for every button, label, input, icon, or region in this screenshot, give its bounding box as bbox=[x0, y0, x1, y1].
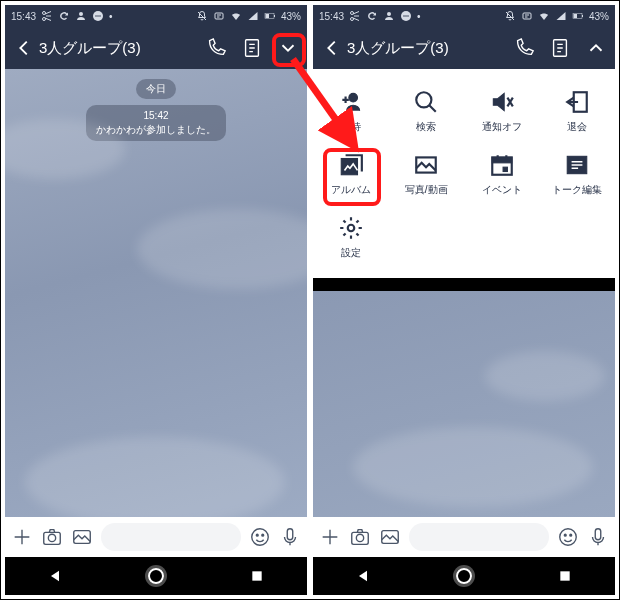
menu-label: 写真/動画 bbox=[405, 183, 448, 197]
message-input[interactable] bbox=[409, 523, 549, 551]
svg-point-37 bbox=[348, 225, 355, 232]
svg-point-22 bbox=[407, 15, 409, 17]
signal-icon bbox=[555, 10, 567, 22]
menu-label: 招待 bbox=[341, 120, 361, 134]
gear-icon bbox=[338, 215, 364, 241]
wifi-icon bbox=[230, 10, 242, 22]
menu-leave[interactable]: 退会 bbox=[540, 81, 616, 144]
camera-icon[interactable] bbox=[349, 526, 371, 548]
status-time: 15:43 bbox=[319, 11, 344, 22]
nav-back-icon[interactable] bbox=[355, 568, 371, 584]
call-icon[interactable] bbox=[513, 37, 535, 59]
call-icon[interactable] bbox=[205, 37, 227, 59]
plus-icon[interactable] bbox=[11, 526, 33, 548]
composer bbox=[313, 517, 615, 557]
status-time: 15:43 bbox=[11, 11, 36, 22]
edit-list-icon bbox=[564, 152, 590, 178]
plus-icon[interactable] bbox=[319, 526, 341, 548]
menu-label: 設定 bbox=[341, 246, 361, 260]
scissors-icon bbox=[41, 10, 53, 22]
svg-point-13 bbox=[252, 529, 269, 546]
emoji-icon[interactable] bbox=[557, 526, 579, 548]
menu-label: トーク編集 bbox=[552, 183, 602, 197]
nav-recent-icon[interactable] bbox=[249, 568, 265, 584]
phone-left: 15:43 • 43% 3人グループ(3) bbox=[5, 5, 307, 595]
back-icon[interactable] bbox=[13, 37, 35, 59]
svg-rect-17 bbox=[252, 571, 261, 580]
chat-title: 3人グループ(3) bbox=[347, 39, 513, 58]
info-icon bbox=[521, 10, 533, 22]
menu-edit[interactable]: トーク編集 bbox=[540, 144, 616, 207]
note-icon[interactable] bbox=[549, 37, 571, 59]
battery-icon bbox=[572, 10, 584, 22]
bell-off-icon bbox=[504, 10, 516, 22]
mic-icon[interactable] bbox=[587, 526, 609, 548]
svg-rect-26 bbox=[582, 15, 583, 17]
svg-rect-45 bbox=[560, 571, 569, 580]
status-bar: 15:43 • 43% bbox=[5, 5, 307, 27]
svg-rect-5 bbox=[215, 13, 223, 19]
chevron-up-icon[interactable] bbox=[585, 37, 607, 59]
svg-rect-35 bbox=[503, 167, 507, 171]
emoji-icon[interactable] bbox=[249, 526, 271, 548]
system-message-time: 15:42 bbox=[96, 109, 216, 123]
leave-icon bbox=[564, 89, 590, 115]
nav-back-icon[interactable] bbox=[47, 568, 63, 584]
chat-icon bbox=[92, 10, 104, 22]
menu-invite[interactable]: 招待 bbox=[313, 81, 389, 144]
mic-icon[interactable] bbox=[279, 526, 301, 548]
svg-rect-23 bbox=[523, 13, 531, 19]
status-dot-icon: • bbox=[417, 11, 421, 22]
message-input[interactable] bbox=[101, 523, 241, 551]
svg-point-41 bbox=[560, 529, 577, 546]
nav-home-icon[interactable] bbox=[456, 568, 472, 584]
menu-label: 退会 bbox=[567, 120, 587, 134]
chat-title: 3人グループ(3) bbox=[39, 39, 205, 58]
svg-rect-44 bbox=[595, 529, 601, 540]
svg-point-21 bbox=[405, 15, 407, 17]
svg-point-28 bbox=[349, 93, 358, 102]
svg-point-3 bbox=[97, 15, 99, 17]
back-icon[interactable] bbox=[321, 37, 343, 59]
svg-rect-8 bbox=[274, 15, 275, 17]
status-dot-icon: • bbox=[109, 11, 113, 22]
android-navbar bbox=[313, 557, 615, 595]
svg-point-42 bbox=[564, 534, 566, 536]
menu-mute[interactable]: 通知オフ bbox=[464, 81, 540, 144]
status-battery: 43% bbox=[589, 11, 609, 22]
wifi-icon bbox=[538, 10, 550, 22]
menu-photos[interactable]: 写真/動画 bbox=[389, 144, 465, 207]
svg-point-20 bbox=[403, 15, 405, 17]
photos-icon bbox=[413, 152, 439, 178]
menu-panel: 招待 検索 通知オフ 退会 アルバム bbox=[313, 69, 615, 278]
gallery-icon[interactable] bbox=[379, 526, 401, 548]
menu-event[interactable]: イベント bbox=[464, 144, 540, 207]
menu-settings[interactable]: 設定 bbox=[313, 207, 389, 270]
menu-label: アルバム bbox=[331, 183, 371, 197]
chat-icon bbox=[400, 10, 412, 22]
battery-icon bbox=[264, 10, 276, 22]
menu-label: 通知オフ bbox=[482, 120, 522, 134]
search-icon bbox=[413, 89, 439, 115]
svg-point-0 bbox=[79, 12, 83, 16]
gallery-icon[interactable] bbox=[71, 526, 93, 548]
menu-label: イベント bbox=[482, 183, 522, 197]
svg-point-4 bbox=[99, 15, 101, 17]
svg-point-14 bbox=[256, 534, 258, 536]
chevron-down-icon[interactable] bbox=[277, 37, 299, 59]
note-icon[interactable] bbox=[241, 37, 263, 59]
info-icon bbox=[213, 10, 225, 22]
user-icon bbox=[75, 10, 87, 22]
menu-album[interactable]: アルバム bbox=[313, 144, 389, 207]
nav-home-icon[interactable] bbox=[148, 568, 164, 584]
svg-point-11 bbox=[48, 534, 55, 541]
svg-rect-16 bbox=[287, 529, 293, 540]
nav-recent-icon[interactable] bbox=[557, 568, 573, 584]
menu-search[interactable]: 検索 bbox=[389, 81, 465, 144]
android-navbar bbox=[5, 557, 307, 595]
scissors-icon bbox=[349, 10, 361, 22]
event-icon bbox=[489, 152, 515, 178]
composer bbox=[5, 517, 307, 557]
camera-icon[interactable] bbox=[41, 526, 63, 548]
album-icon bbox=[338, 152, 364, 178]
